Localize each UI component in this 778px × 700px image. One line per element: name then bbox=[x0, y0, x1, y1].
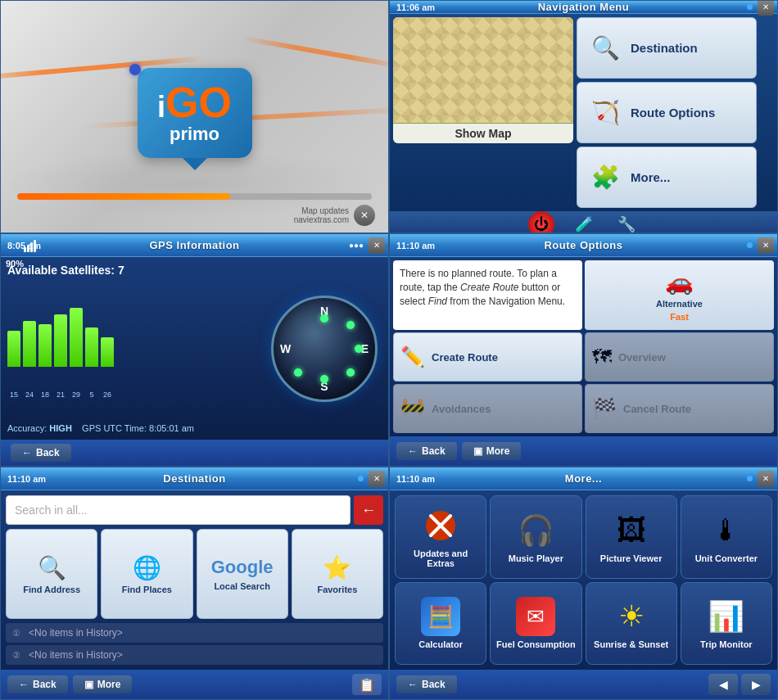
gps-bar-24 bbox=[23, 321, 36, 367]
flask-icon[interactable]: 🧪 bbox=[571, 211, 597, 233]
fuel-label: Fuel Consumption bbox=[496, 639, 576, 649]
destination-close[interactable]: ✕ bbox=[369, 471, 385, 487]
route-options-close[interactable]: ✕ bbox=[758, 237, 774, 254]
music-icon: 🎧 bbox=[516, 511, 555, 550]
search-go-button[interactable]: ← bbox=[354, 495, 383, 525]
settings-icon[interactable]: 🔧 bbox=[613, 211, 640, 233]
map-preview[interactable]: Show Map bbox=[393, 17, 573, 143]
route-alternative-box: 🚗 Alternative Fast bbox=[585, 260, 774, 330]
picture-icon: 🖼 bbox=[612, 511, 651, 550]
gps-percentage: 90% bbox=[6, 259, 24, 269]
route-back-button[interactable]: ← Back bbox=[396, 442, 457, 460]
search-input[interactable]: Search in all... bbox=[6, 495, 351, 525]
find-address-button[interactable]: 🔍 Find Address bbox=[6, 529, 97, 619]
destination-back-button[interactable]: ← Back bbox=[7, 675, 68, 693]
avoidances-button[interactable]: 🚧 Avoidances bbox=[393, 384, 582, 433]
power-button[interactable]: ⏻ bbox=[528, 211, 554, 233]
route-back-arrow-icon: ← bbox=[408, 445, 418, 457]
history-icon-area: 📋 bbox=[352, 674, 382, 695]
route-bottom-bar: ← Back ▣ More bbox=[390, 436, 777, 466]
back-arrow-icon: ← bbox=[22, 447, 32, 458]
cancel-route-label: Cancel Route bbox=[623, 403, 691, 415]
igo-text-primo: primo bbox=[170, 124, 219, 145]
unit-label: Unit Converter bbox=[695, 553, 758, 563]
igo-text-go: GO bbox=[165, 81, 232, 124]
gps-accuracy: Accuracy: HIGH GPS UTC Time: 8:05:01 am bbox=[7, 423, 260, 433]
create-route-button[interactable]: ✏️ Create Route bbox=[393, 332, 582, 382]
route-options-header: 11:10 am Route Options ✕ bbox=[390, 234, 777, 257]
more-panel: 11:10 am More... ✕ Updates and Extras 🎧 … bbox=[389, 467, 778, 700]
destination-button[interactable]: 🔍 Destination bbox=[577, 17, 757, 79]
sunrise-sunset-button[interactable]: ☀ Sunrise & Sunset bbox=[586, 582, 677, 666]
nav-menu-title: Navigation Menu bbox=[538, 1, 630, 13]
route-options-panel: 11:10 am Route Options ✕ There is no pla… bbox=[389, 233, 778, 467]
local-search-button[interactable]: Google Local Search bbox=[197, 529, 288, 619]
destination-bottom-bar: ← Back ▣ More 📋 bbox=[1, 670, 388, 699]
signal-dot-1 bbox=[747, 4, 753, 10]
nav-menu-close[interactable]: ✕ bbox=[758, 0, 774, 16]
show-map-label[interactable]: Show Map bbox=[393, 124, 573, 143]
history-item-2: ② <No items in History> bbox=[6, 645, 383, 665]
history-item-1: ① <No items in History> bbox=[6, 623, 383, 643]
trip-label: Trip Monitor bbox=[700, 639, 753, 649]
sunrise-label: Sunrise & Sunset bbox=[594, 639, 668, 649]
music-player-button[interactable]: 🎧 Music Player bbox=[490, 495, 581, 579]
picture-viewer-button[interactable]: 🖼 Picture Viewer bbox=[586, 495, 677, 579]
calculator-label: Calculator bbox=[418, 639, 463, 649]
gps-bars bbox=[7, 301, 260, 367]
avoidances-label: Avoidances bbox=[432, 403, 491, 415]
cancel-route-icon: 🏁 bbox=[592, 397, 617, 420]
local-search-icon: Google bbox=[211, 557, 274, 578]
route-content: There is no planned route. To plan a rou… bbox=[390, 257, 777, 436]
more-signal-dot bbox=[747, 476, 753, 481]
more-time: 11:10 am bbox=[396, 474, 435, 484]
gps-back-button[interactable]: ← Back bbox=[11, 444, 71, 462]
dest-more-icon: ▣ bbox=[84, 679, 93, 690]
overview-button[interactable]: 🗺 Overview bbox=[585, 332, 774, 382]
cancel-route-button[interactable]: 🏁 Cancel Route bbox=[585, 384, 774, 433]
fuel-consumption-button[interactable]: ✉ Fuel Consumption bbox=[490, 582, 581, 666]
find-places-button[interactable]: 🌐 Find Places bbox=[101, 529, 192, 619]
compass-dot-s bbox=[320, 375, 328, 383]
more-title: More... bbox=[565, 472, 602, 485]
igo-close-button[interactable]: ✕ bbox=[354, 205, 375, 226]
compass-dot-se bbox=[346, 368, 355, 377]
more-back-button[interactable]: ← Back bbox=[396, 675, 457, 693]
more-prev-button[interactable]: ◀ bbox=[708, 674, 738, 695]
updates-extras-button[interactable]: Updates and Extras bbox=[395, 495, 486, 579]
destination-icon: 🔍 bbox=[587, 29, 624, 66]
calculator-icon: 🧮 bbox=[421, 597, 460, 636]
igo-progress-bar bbox=[17, 193, 372, 200]
unit-converter-button[interactable]: 🌡 Unit Converter bbox=[681, 495, 772, 579]
gps-bar-18 bbox=[38, 324, 52, 367]
gps-info-panel: 8:05 am GPS Information ●●● ✕ 90% Availa… bbox=[0, 233, 389, 467]
compass-dot-ne bbox=[346, 321, 355, 329]
more-close[interactable]: ✕ bbox=[758, 471, 774, 487]
gps-signal-indicator bbox=[24, 240, 36, 252]
route-options-icon: 🏹 bbox=[587, 94, 624, 131]
overview-label: Overview bbox=[618, 351, 666, 364]
calculator-button[interactable]: 🧮 Calculator bbox=[395, 582, 486, 666]
history-num-2: ② bbox=[12, 650, 24, 661]
trip-monitor-button[interactable]: 📊 Trip Monitor bbox=[681, 582, 772, 666]
igo-logo: i GO primo bbox=[138, 68, 252, 158]
nav-bottom-bar: ⏻ 🧪 🔧 bbox=[390, 211, 777, 233]
gps-close[interactable]: ✕ bbox=[369, 237, 385, 254]
fuel-icon: ✉ bbox=[516, 597, 555, 636]
create-route-label: Create Route bbox=[432, 351, 498, 364]
route-options-button[interactable]: 🏹 Route Options bbox=[577, 82, 757, 143]
igo-splash-panel: i GO primo Map updates naviextras.com ✕ bbox=[0, 0, 389, 233]
route-options-title: Route Options bbox=[544, 239, 622, 251]
compass-dot-sw bbox=[294, 368, 302, 377]
destination-panel: 11:10 am Destination ✕ Search in all... … bbox=[0, 467, 389, 700]
more-back-arrow: ← bbox=[408, 679, 418, 690]
more-next-button[interactable]: ▶ bbox=[741, 674, 771, 695]
route-more-button[interactable]: ▣ More bbox=[462, 442, 522, 460]
gps-bar-26 bbox=[101, 337, 114, 367]
nav-menu-header: 11:06 am Navigation Menu ✕ bbox=[390, 1, 777, 14]
gps-bar-15 bbox=[7, 331, 20, 367]
destination-more-button[interactable]: ▣ More bbox=[73, 675, 133, 693]
gps-bar-5 bbox=[85, 327, 98, 367]
more-button[interactable]: 🧩 More... bbox=[577, 147, 757, 208]
favorites-button[interactable]: ⭐ Favorites bbox=[292, 529, 383, 619]
